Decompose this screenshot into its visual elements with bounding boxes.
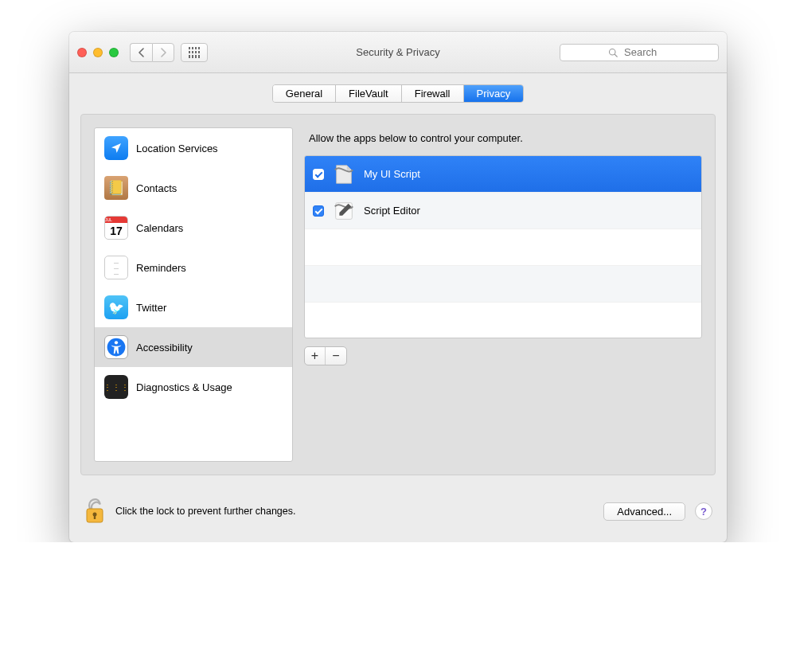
sidebar-item-label: Diagnostics & Usage [136, 381, 232, 393]
lock-hint-text: Click the lock to prevent further change… [115, 506, 296, 517]
plus-icon: + [311, 350, 318, 362]
sidebar-item-label: Twitter [136, 302, 166, 314]
app-row-empty [305, 266, 701, 303]
footer: Click the lock to prevent further change… [69, 486, 727, 542]
tab-privacy[interactable]: Privacy [464, 85, 524, 102]
sidebar-item-label: Reminders [136, 262, 186, 274]
tab-group: General FileVault Firewall Privacy [272, 84, 524, 103]
diagnostics-icon [104, 375, 128, 399]
twitter-icon [104, 295, 128, 319]
lock-icon[interactable] [84, 498, 106, 525]
nav-buttons [130, 43, 174, 62]
sidebar-item-location-services[interactable]: Location Services [95, 128, 292, 168]
sidebar-item-label: Accessibility [136, 342, 193, 354]
reminders-icon [104, 256, 128, 279]
svg-line-1 [615, 54, 617, 57]
add-button[interactable]: + [305, 347, 326, 365]
app-list[interactable]: My UI Script Script Editor [304, 155, 702, 338]
show-all-button[interactable] [181, 43, 208, 62]
sidebar-item-contacts[interactable]: Contacts [95, 168, 292, 208]
app-row[interactable]: My UI Script [305, 156, 701, 193]
accessibility-pane: Allow the apps below to control your com… [304, 127, 702, 462]
remove-button[interactable]: − [326, 347, 346, 365]
search-icon [608, 48, 618, 57]
app-row-empty [305, 303, 701, 338]
sidebar-item-reminders[interactable]: Reminders [95, 248, 292, 287]
calendar-icon: JUL 17 [104, 216, 128, 240]
script-app-icon [332, 162, 356, 186]
advanced-button[interactable]: Advanced... [603, 502, 685, 521]
minus-icon: − [332, 350, 339, 362]
search-input[interactable] [622, 45, 670, 59]
window-controls [77, 48, 119, 57]
preferences-window: Security & Privacy General FileVault Fir… [69, 32, 727, 542]
grid-icon [189, 47, 200, 58]
sidebar-item-diagnostics[interactable]: Diagnostics & Usage [95, 367, 292, 407]
tabs-row: General FileVault Firewall Privacy [69, 73, 727, 114]
add-remove-group: + − [304, 346, 347, 365]
app-label: My UI Script [364, 168, 420, 180]
app-label: Script Editor [364, 205, 420, 217]
sidebar-item-label: Calendars [136, 222, 183, 234]
back-button[interactable] [130, 43, 152, 62]
zoom-button[interactable] [109, 48, 119, 57]
tab-firewall[interactable]: Firewall [402, 85, 464, 102]
sidebar-item-label: Location Services [136, 143, 218, 154]
chevron-right-icon [160, 48, 167, 57]
svg-rect-8 [94, 515, 96, 519]
close-button[interactable] [77, 48, 87, 57]
forward-button[interactable] [152, 43, 174, 62]
app-checkbox[interactable] [313, 205, 324, 217]
sidebar-item-calendars[interactable]: JUL 17 Calendars [95, 208, 292, 248]
location-icon [104, 136, 128, 160]
minimize-button[interactable] [93, 48, 103, 57]
contacts-icon [104, 176, 128, 200]
search-field[interactable] [560, 44, 719, 61]
sidebar-item-accessibility[interactable]: Accessibility [95, 327, 292, 367]
sidebar-item-label: Contacts [136, 182, 177, 194]
app-row[interactable]: Script Editor [305, 193, 701, 229]
chevron-left-icon [138, 48, 145, 57]
svg-point-3 [115, 341, 118, 344]
sidebar-item-twitter[interactable]: Twitter [95, 287, 292, 327]
script-editor-icon [332, 199, 356, 223]
tab-filevault[interactable]: FileVault [336, 85, 402, 102]
tab-general[interactable]: General [273, 85, 336, 102]
help-button[interactable]: ? [695, 502, 712, 520]
accessibility-icon [104, 335, 128, 359]
titlebar: Security & Privacy [69, 32, 727, 73]
app-checkbox[interactable] [313, 169, 324, 180]
content-area: Location Services Contacts JUL 17 Calend… [80, 114, 716, 475]
pane-header: Allow the apps below to control your com… [304, 127, 702, 155]
privacy-sidebar[interactable]: Location Services Contacts JUL 17 Calend… [94, 127, 293, 462]
app-row-empty [305, 229, 701, 266]
